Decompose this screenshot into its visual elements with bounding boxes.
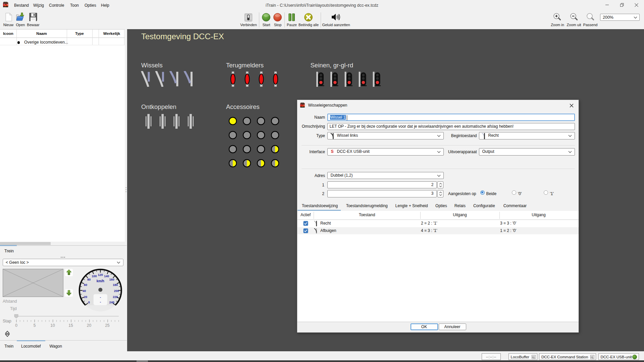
- svg-text:-: -: [100, 295, 101, 299]
- svg-text:60: 60: [84, 283, 87, 287]
- svg-text:200: 200: [114, 289, 119, 293]
- svg-text:km/h: km/h: [97, 279, 104, 283]
- svg-text:0: 0: [88, 301, 90, 304]
- svg-text:220: 220: [113, 295, 118, 299]
- svg-text:180: 180: [113, 283, 118, 287]
- svg-text:120: 120: [98, 273, 103, 277]
- svg-text:140: 140: [104, 275, 109, 278]
- svg-text:240: 240: [109, 301, 114, 304]
- svg-text:40: 40: [83, 289, 86, 293]
- svg-text:160: 160: [109, 278, 114, 281]
- svg-text:20: 20: [84, 295, 87, 299]
- svg-text:-: -: [100, 300, 101, 304]
- svg-text:100: 100: [92, 275, 97, 278]
- svg-text:80: 80: [87, 278, 91, 281]
